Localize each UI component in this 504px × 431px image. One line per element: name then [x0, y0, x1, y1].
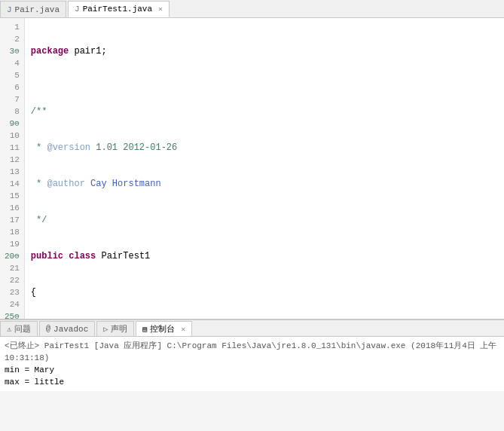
tab-pair-java[interactable]: J Pair.java [0, 1, 66, 17]
tab-problems-label: 问题 [14, 323, 31, 335]
tab-declaration-label: 声明 [111, 323, 127, 335]
editor-tab-bar: J Pair.java J PairTest1.java ✕ [0, 0, 504, 18]
tab-javadoc[interactable]: @ Javadoc [39, 321, 95, 336]
javadoc-icon: @ [46, 325, 50, 333]
console-output: <已终止> PairTest1 [Java 应用程序] C:\Program F… [0, 337, 504, 391]
code-editor[interactable]: 1 2 3⊖ 4 5 6 7 8 9⊖ 10 11 12 13 14 15 16… [0, 18, 504, 319]
console-output-line-2: max = little [5, 376, 499, 388]
tab-javadoc-label: Javadoc [53, 325, 88, 334]
code-text[interactable]: package pair1; /** * @version 1.01 2012-… [25, 18, 460, 319]
java-file-icon: J [7, 5, 12, 14]
tab-console-label: 控制台 [150, 323, 175, 335]
tab-declaration[interactable]: ▷ 声明 [96, 321, 134, 336]
tab-problems[interactable]: ⚠ 问题 [0, 321, 38, 336]
problems-icon: ⚠ [7, 325, 11, 334]
bottom-panel: ⚠ 问题 @ Javadoc ▷ 声明 ▤ 控制台 ✕ <已终止> PairTe… [0, 319, 504, 431]
tab-close-icon[interactable]: ✕ [158, 5, 163, 14]
panel-tab-bar: ⚠ 问题 @ Javadoc ▷ 声明 ▤ 控制台 ✕ [0, 320, 504, 337]
declaration-icon: ▷ [103, 325, 108, 334]
tab-pairtest1-java[interactable]: J PairTest1.java ✕ [68, 1, 170, 17]
java-file-icon-2: J [75, 5, 80, 14]
tab-pair-java-label: Pair.java [15, 5, 60, 14]
tab-console[interactable]: ▤ 控制台 ✕ [136, 321, 192, 336]
console-output-line-1: min = Mary [5, 364, 499, 376]
tab-pairtest1-java-label: PairTest1.java [83, 5, 152, 14]
console-tab-close-icon[interactable]: ✕ [181, 325, 185, 334]
console-terminated-line: <已终止> PairTest1 [Java 应用程序] C:\Program F… [5, 340, 499, 364]
console-icon: ▤ [142, 325, 147, 334]
line-number-gutter: 1 2 3⊖ 4 5 6 7 8 9⊖ 10 11 12 13 14 15 16… [0, 18, 25, 319]
